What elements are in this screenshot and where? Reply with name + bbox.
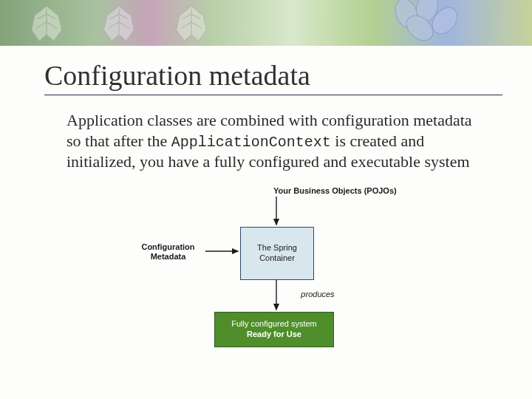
produces-label: produces xyxy=(292,290,344,299)
leaf-icon xyxy=(27,4,66,44)
slide-body: Application classes are combined with co… xyxy=(66,110,473,171)
decorative-banner xyxy=(0,0,532,46)
leaf-icon xyxy=(99,4,139,44)
ready-system-box: Fully configured system Ready for Use xyxy=(214,312,334,347)
pojos-label: Your Business Objects (POJOs) xyxy=(273,186,406,196)
flower-icon xyxy=(384,0,473,46)
spring-container-box: The Spring Container xyxy=(240,227,314,280)
ready-line2: Ready for Use xyxy=(247,330,301,340)
slide-title: Configuration metadata xyxy=(44,59,532,92)
config-metadata-label: Configuration Metadata xyxy=(133,242,203,262)
title-underline xyxy=(44,95,502,95)
ready-line1: Fully configured system xyxy=(231,319,317,330)
leaf-icon xyxy=(171,4,211,44)
code-applicationcontext: ApplicationContext xyxy=(171,134,331,151)
diagram: Your Business Objects (POJOs) Configurat… xyxy=(126,186,406,352)
spring-container-text: The Spring Container xyxy=(257,243,297,264)
